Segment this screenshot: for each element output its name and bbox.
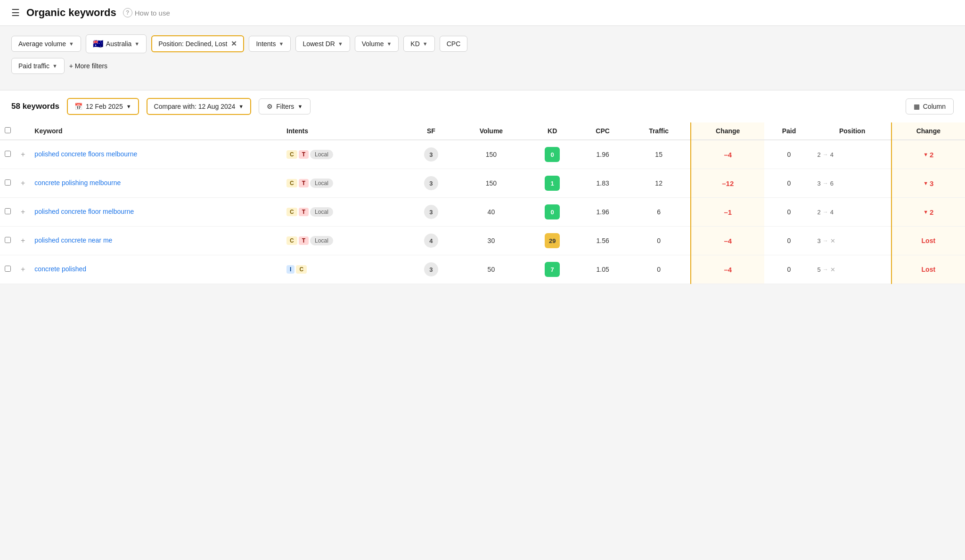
row-checkbox[interactable] bbox=[5, 237, 11, 243]
keyword-link[interactable]: concrete polished bbox=[34, 265, 86, 273]
pos-change-cell: ▼ 3 bbox=[891, 169, 965, 198]
intent-local-badge: Local bbox=[310, 236, 333, 245]
header: ☰ Organic keywords ? How to use bbox=[0, 0, 965, 26]
position-cell: 3 → 6 bbox=[814, 169, 891, 198]
kd-badge: 29 bbox=[545, 233, 560, 248]
sf-col-header: SF bbox=[406, 122, 456, 140]
expand-row-button[interactable]: + bbox=[19, 264, 27, 274]
volume-cell: 50 bbox=[456, 255, 526, 284]
position-filter-active[interactable]: Position: Declined, Lost ✕ bbox=[151, 35, 244, 52]
keyword-link[interactable]: polished concrete near me bbox=[34, 236, 112, 244]
paid-traffic-filter[interactable]: Paid traffic ▼ bbox=[11, 58, 65, 74]
row-expand-cell[interactable]: + bbox=[15, 198, 31, 227]
chevron-down-icon: ▼ bbox=[423, 41, 428, 47]
keyword-link[interactable]: polished concrete floors melbourne bbox=[34, 150, 137, 158]
change-value: –12 bbox=[722, 179, 734, 187]
expand-row-button[interactable]: + bbox=[19, 207, 27, 217]
position-change: 3 → ✕ bbox=[818, 237, 887, 244]
row-checkbox[interactable] bbox=[5, 151, 11, 157]
row-expand-cell[interactable]: + bbox=[15, 140, 31, 169]
position-change-value: ▼ 3 bbox=[923, 179, 933, 187]
position-cell: 2 → 4 bbox=[814, 140, 891, 169]
cpc-label: CPC bbox=[447, 40, 461, 48]
australia-filter[interactable]: 🇦🇺 Australia ▼ bbox=[86, 34, 147, 53]
position-cell: 5 → ✕ bbox=[814, 255, 891, 284]
keyword-cell: polished concrete floor melbourne bbox=[31, 198, 283, 227]
intent-local-badge: Local bbox=[310, 179, 333, 188]
cpc-cell: 1.05 bbox=[578, 255, 627, 284]
table-header-row: Keyword Intents SF Volume KD CPC Traffic… bbox=[0, 122, 965, 140]
keyword-link[interactable]: concrete polishing melbourne bbox=[34, 179, 121, 187]
sf-badge: 3 bbox=[424, 262, 438, 276]
date-picker-button[interactable]: 📅 12 Feb 2025 ▼ bbox=[67, 98, 139, 115]
lowest-dr-filter[interactable]: Lowest DR ▼ bbox=[295, 36, 350, 52]
row-checkbox-cell[interactable] bbox=[0, 255, 15, 284]
how-to-use-link[interactable]: ? How to use bbox=[123, 8, 170, 17]
intent-i-badge: I bbox=[286, 265, 294, 274]
menu-icon[interactable]: ☰ bbox=[11, 7, 20, 18]
filters-button[interactable]: ⚙ Filters ▼ bbox=[259, 98, 311, 114]
change-value: –4 bbox=[724, 237, 732, 245]
volume-filter[interactable]: Volume ▼ bbox=[355, 36, 399, 52]
sf-badge: 3 bbox=[424, 147, 438, 162]
expand-row-button[interactable]: + bbox=[19, 149, 27, 159]
position-change: 2 → 4 bbox=[818, 209, 887, 216]
intents-cell: CTLocal bbox=[283, 169, 406, 198]
intent-t-badge: T bbox=[299, 179, 309, 187]
traffic-cell: 0 bbox=[627, 227, 691, 255]
position-change: 5 → ✕ bbox=[818, 266, 887, 273]
row-expand-cell[interactable]: + bbox=[15, 169, 31, 198]
select-all-checkbox-header[interactable] bbox=[0, 122, 15, 140]
chevron-down-icon: ▼ bbox=[52, 63, 57, 69]
average-volume-filter[interactable]: Average volume ▼ bbox=[11, 36, 81, 52]
kd-filter[interactable]: KD ▼ bbox=[403, 36, 434, 52]
row-checkbox-cell[interactable] bbox=[0, 169, 15, 198]
change-value: –1 bbox=[724, 208, 732, 216]
change-cell: –4 bbox=[691, 255, 764, 284]
select-all-checkbox[interactable] bbox=[5, 127, 11, 133]
lost-badge: Lost bbox=[922, 237, 936, 244]
row-checkbox-cell[interactable] bbox=[0, 140, 15, 169]
change-col-header: Change bbox=[691, 122, 764, 140]
column-label: Column bbox=[923, 103, 946, 110]
expand-col-header bbox=[15, 122, 31, 140]
expand-row-button[interactable]: + bbox=[19, 235, 27, 245]
change-number: 2 bbox=[930, 151, 933, 159]
arrow-icon: → bbox=[823, 180, 828, 187]
row-checkbox[interactable] bbox=[5, 179, 11, 186]
expand-row-button[interactable]: + bbox=[19, 178, 27, 188]
row-checkbox-cell[interactable] bbox=[0, 198, 15, 227]
row-expand-cell[interactable]: + bbox=[15, 227, 31, 255]
traffic-cell: 12 bbox=[627, 169, 691, 198]
keyword-col-header: Keyword bbox=[31, 122, 283, 140]
intents-cell: CTLocal bbox=[283, 140, 406, 169]
filters-bar: Average volume ▼ 🇦🇺 Australia ▼ Position… bbox=[0, 26, 965, 53]
keyword-cell: concrete polished bbox=[31, 255, 283, 284]
position-cell: 2 → 4 bbox=[814, 198, 891, 227]
column-button[interactable]: ▦ Column bbox=[906, 98, 954, 114]
paid-col-header: Paid bbox=[764, 122, 813, 140]
intents-cell: CTLocal bbox=[283, 227, 406, 255]
keyword-cell: polished concrete floors melbourne bbox=[31, 140, 283, 169]
kd-cell: 0 bbox=[526, 140, 578, 169]
sf-badge: 4 bbox=[424, 234, 438, 248]
volume-cell: 150 bbox=[456, 140, 526, 169]
more-filters-button[interactable]: + More filters bbox=[69, 62, 107, 70]
position-cell: 3 → ✕ bbox=[814, 227, 891, 255]
chevron-down-icon: ▼ bbox=[126, 104, 131, 109]
compare-button[interactable]: Compare with: 12 Aug 2024 ▼ bbox=[147, 98, 252, 115]
intents-filter[interactable]: Intents ▼ bbox=[249, 36, 291, 52]
sf-badge: 3 bbox=[424, 176, 438, 190]
row-checkbox[interactable] bbox=[5, 208, 11, 214]
kd-badge: 0 bbox=[545, 204, 560, 219]
cpc-filter[interactable]: CPC bbox=[440, 36, 468, 52]
row-expand-cell[interactable]: + bbox=[15, 255, 31, 284]
row-checkbox-cell[interactable] bbox=[0, 227, 15, 255]
intents-label: Intents bbox=[256, 40, 276, 48]
filter-icon: ⚙ bbox=[267, 103, 273, 110]
close-icon[interactable]: ✕ bbox=[231, 40, 237, 48]
volume-cell: 30 bbox=[456, 227, 526, 255]
keyword-link[interactable]: polished concrete floor melbourne bbox=[34, 208, 134, 215]
row-checkbox[interactable] bbox=[5, 266, 11, 272]
arrow-icon: → bbox=[823, 151, 828, 158]
